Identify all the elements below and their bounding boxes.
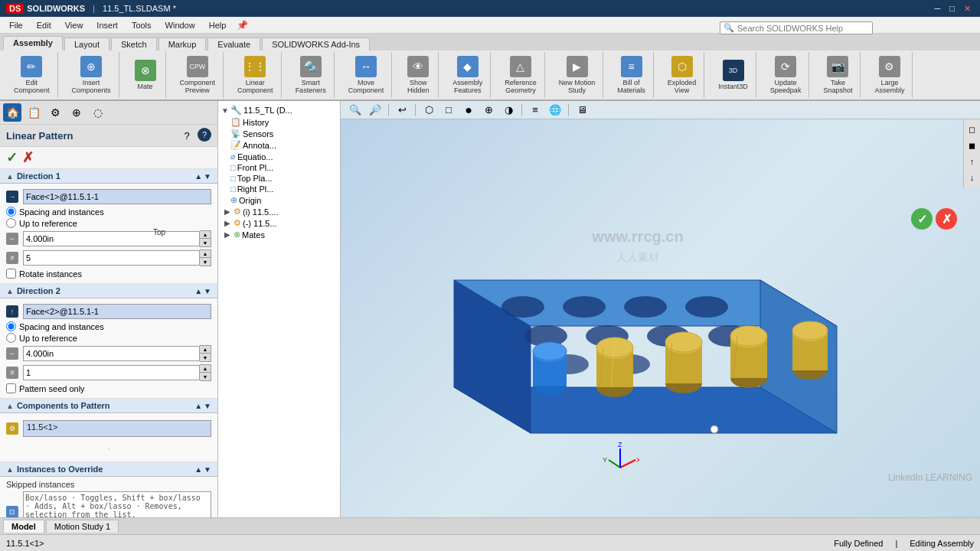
- ribbon-btn-instant3d[interactable]: 3D Instant3D: [715, 58, 751, 92]
- direction2-spacing-input[interactable]: [23, 346, 200, 361]
- components-down-arrow[interactable]: ▼: [204, 402, 211, 410]
- menu-tools[interactable]: Tools: [126, 19, 158, 31]
- ribbon-btn-bom[interactable]: ≡ Bill ofMaterials: [614, 54, 648, 96]
- ribbon-btn-edit-component[interactable]: ✏ EditComponent: [11, 54, 53, 96]
- view-rotate-icon[interactable]: 🔍: [347, 103, 364, 118]
- direction1-up-arrow[interactable]: ▲: [194, 172, 202, 181]
- direction2-instances-down[interactable]: ▼: [200, 373, 211, 380]
- ribbon-btn-insert-components[interactable]: ⊕ InsertComponents: [69, 54, 114, 96]
- pnav-configuration-manager[interactable]: ⚙: [46, 103, 64, 122]
- tree-front-plane[interactable]: □ Front Pl...: [218, 162, 340, 173]
- view-half-sphere-icon[interactable]: ◑: [500, 103, 517, 118]
- bottom-tab-model[interactable]: Model: [3, 520, 44, 533]
- tab-layout[interactable]: Layout: [64, 37, 109, 51]
- tree-history[interactable]: 📋 History: [218, 116, 340, 128]
- ribbon-btn-large-assembly[interactable]: ⚙ LargeAssembly: [871, 54, 907, 96]
- direction1-down-arrow[interactable]: ▼: [204, 172, 211, 181]
- pnav-feature-manager[interactable]: 🏠: [3, 103, 21, 122]
- direction2-uptoref-radio[interactable]: [6, 333, 16, 343]
- panel-help-question[interactable]: ?: [179, 128, 194, 143]
- menu-window[interactable]: Window: [159, 19, 201, 31]
- view-display-icon[interactable]: 🖥: [573, 103, 590, 118]
- ribbon-btn-smart-fasteners[interactable]: 🔩 SmartFasteners: [292, 54, 329, 96]
- tree-right-plane[interactable]: □ Right Pl...: [218, 184, 340, 194]
- titlebar-controls[interactable]: ─ □ ✕: [932, 4, 974, 14]
- accept-cancel-button[interactable]: ✗: [22, 149, 34, 166]
- tab-evaluate[interactable]: Evaluate: [207, 37, 260, 51]
- instances-override-down-arrow[interactable]: ▼: [204, 465, 211, 474]
- tree-component1-expand[interactable]: ▶: [224, 207, 232, 216]
- ribbon-btn-move-component[interactable]: ↔ MoveComponent: [345, 54, 387, 96]
- view-3d-icon[interactable]: ⬡: [420, 103, 437, 118]
- tree-equations[interactable]: ⌀ Equatio...: [218, 151, 340, 162]
- tree-annotations[interactable]: 📝 Annota...: [218, 139, 340, 151]
- components-header[interactable]: ▲ Components to Pattern ▲ ▼: [0, 399, 217, 413]
- view-box-icon[interactable]: □: [440, 103, 457, 118]
- direction1-spacing-input[interactable]: [23, 231, 200, 246]
- search-input[interactable]: [737, 24, 869, 33]
- ribbon-btn-mate[interactable]: ⊗ Mate: [130, 58, 161, 92]
- direction2-instances-up[interactable]: ▲: [200, 365, 211, 373]
- ribbon-btn-assembly-features[interactable]: ◆ AssemblyFeatures: [449, 54, 485, 96]
- pnav-dim-expert[interactable]: ⊕: [67, 103, 86, 122]
- view-crosshair-icon[interactable]: ⊕: [480, 103, 497, 118]
- direction2-header[interactable]: ▲ Direction 2 ▲ ▼: [0, 284, 217, 298]
- viewport[interactable]: 🔍 🔎 ↩ ⬡ □ ● ⊕ ◑ ≡ 🌐 🖥: [341, 101, 980, 517]
- tree-component2-expand[interactable]: ▶: [224, 219, 232, 227]
- direction2-spacing-down[interactable]: ▼: [200, 354, 211, 361]
- instances-override-up-arrow[interactable]: ▲: [194, 465, 202, 474]
- tree-origin[interactable]: ⊕ Origin: [218, 194, 340, 206]
- tab-assembly[interactable]: Assembly: [3, 36, 63, 51]
- direction1-instances-up[interactable]: ▲: [200, 250, 211, 258]
- direction1-spacing-radio[interactable]: [6, 207, 16, 217]
- tree-sensors[interactable]: 📡 Sensors: [218, 128, 340, 139]
- tab-sketch[interactable]: Sketch: [111, 37, 157, 51]
- rt-btn-4[interactable]: ↓: [965, 171, 979, 184]
- direction2-face-input[interactable]: [23, 304, 211, 319]
- menu-edit[interactable]: Edit: [31, 19, 57, 31]
- component-item[interactable]: 11.5<1>: [23, 420, 211, 437]
- rt-btn-1[interactable]: ◻: [965, 122, 979, 136]
- direction2-spacing-radio[interactable]: [6, 321, 16, 331]
- direction2-up-arrow[interactable]: ▲: [194, 287, 202, 295]
- skipped-instances-textarea[interactable]: Box/lasso · Toggles, Shift + box/lasso ·…: [23, 491, 211, 517]
- ribbon-btn-linear-pattern[interactable]: ⋮⋮ LinearComponent: [234, 54, 276, 96]
- tree-top-plane[interactable]: □ Top Pla...: [218, 173, 340, 184]
- direction1-instances-input[interactable]: [23, 250, 200, 266]
- pnav-property-manager[interactable]: 📋: [24, 103, 43, 122]
- tree-mates[interactable]: ▶ ⊗ Mates: [218, 229, 340, 240]
- instances-override-header[interactable]: ▲ Instances to Override ▲ ▼: [0, 462, 217, 477]
- tree-mates-expand[interactable]: ▶: [224, 230, 232, 239]
- tab-addins[interactable]: SOLIDWORKS Add-Ins: [262, 37, 370, 51]
- ribbon-btn-take-snapshot[interactable]: 📷 TakeSnapshot: [820, 54, 855, 96]
- accept-ok-button[interactable]: ✓: [6, 149, 18, 166]
- rt-btn-2[interactable]: ◼: [965, 139, 979, 152]
- direction1-face-input[interactable]: [23, 189, 211, 204]
- pnav-appearances[interactable]: ◌: [89, 103, 107, 122]
- tab-markup[interactable]: Markup: [158, 37, 207, 51]
- direction1-uptoref-radio[interactable]: [6, 218, 16, 228]
- components-up-arrow[interactable]: ▲: [194, 402, 202, 410]
- rt-btn-3[interactable]: ↑: [965, 155, 979, 168]
- direction1-rotate-checkbox[interactable]: [6, 269, 16, 279]
- view-sphere-icon[interactable]: ●: [460, 103, 477, 118]
- view-undo-icon[interactable]: ↩: [394, 103, 410, 118]
- direction1-header[interactable]: ▲ Direction 1 ▲ ▼: [0, 169, 217, 184]
- menu-insert[interactable]: Insert: [90, 19, 124, 31]
- menu-help[interactable]: Help: [203, 19, 233, 31]
- minimize-btn[interactable]: ─: [932, 4, 944, 14]
- view-section-icon[interactable]: ≡: [527, 103, 544, 118]
- direction1-spacing-down[interactable]: ▼: [200, 239, 211, 246]
- direction2-pattern-seed-checkbox[interactable]: [6, 383, 16, 393]
- direction2-down-arrow[interactable]: ▼: [204, 287, 211, 295]
- direction1-instances-down[interactable]: ▼: [200, 258, 211, 266]
- pin-icon[interactable]: 📌: [237, 20, 248, 31]
- view-sunlight-icon[interactable]: 🌐: [547, 103, 564, 118]
- tree-root-expand[interactable]: ▼: [221, 106, 229, 115]
- direction2-instances-input[interactable]: [23, 365, 200, 380]
- ribbon-btn-update-speedpak[interactable]: ⟳ UpdateSpeedpak: [767, 54, 805, 96]
- close-btn[interactable]: ✕: [961, 4, 974, 14]
- view-zoom-icon[interactable]: 🔎: [367, 103, 384, 118]
- ribbon-btn-component-preview[interactable]: CPW ComponentPreview: [177, 54, 219, 96]
- ribbon-btn-exploded-view[interactable]: ⬡ ExplodedView: [665, 54, 700, 96]
